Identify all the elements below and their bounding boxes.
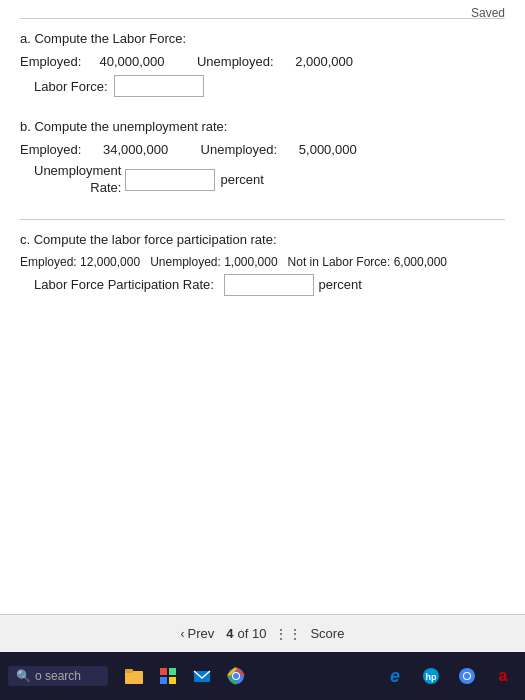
section-c-title: c. Compute the labor force participation… [20,232,505,247]
section-c-unemployed-value: 1,000,000 [224,255,277,269]
section-c-notinlabor-value: 6,000,000 [394,255,447,269]
section-c-employed-value: 12,000,000 [80,255,140,269]
section-a-input-label: Labor Force: [34,79,108,94]
section-c-employed-label: Employed: [20,255,77,269]
section-c-answer-input[interactable] [224,274,314,296]
nav-of-label: of 10 [238,626,267,641]
taskbar-app-store[interactable] [154,662,182,690]
section-a: a. Compute the Labor Force: Employed:40,… [20,31,505,97]
section-b-unemployed-value: 5,000,000 [299,142,357,157]
nav-grid-icon[interactable]: ⋮⋮ [274,626,302,642]
section-c-input-label: Labor Force Participation Rate: [34,277,214,292]
section-a-answer-input[interactable] [114,75,204,97]
taskbar-edge-icon[interactable]: e [381,662,409,690]
section-b-title: b. Compute the unemployment rate: [20,119,505,134]
section-a-unemployed-value: 2,000,000 [295,54,353,69]
section-divider [20,18,505,19]
section-b-employed-label: Employed: [20,142,81,157]
section-b: b. Compute the unemployment rate: Employ… [20,119,505,197]
svg-rect-4 [160,677,167,684]
section-b-unemployed-label: Unemployed: [201,142,278,157]
taskbar-acrobat-icon[interactable]: a [489,662,517,690]
svg-text:hp: hp [426,672,437,682]
section-a-unemployed-label: Unemployed: [197,54,274,69]
section-b-data: Employed: 34,000,000 Unemployed: 5,000,0… [20,142,505,157]
svg-rect-1 [125,669,133,673]
section-b-employed-value: 34,000,000 [103,142,168,157]
main-content: Saved a. Compute the Labor Force: Employ… [0,0,525,614]
section-b-answer-input[interactable] [125,169,215,191]
section-bc-divider [20,219,505,220]
section-a-employed-label: Employed: [20,54,81,69]
nav-bar: ‹ Prev 4 of 10 ⋮⋮ Score [0,614,525,652]
section-c-unemployed-label: Unemployed: [150,255,221,269]
section-a-title: a. Compute the Labor Force: [20,31,505,46]
svg-rect-2 [160,668,167,675]
section-a-input-row: Labor Force: [34,75,505,97]
taskbar-search-text: o search [35,669,81,683]
section-c: c. Compute the labor force participation… [20,232,505,296]
section-b-input-label: Unemployment Rate: [34,163,121,197]
nav-prev-chevron: ‹ [181,627,185,641]
taskbar-chrome-icon2[interactable] [453,662,481,690]
taskbar-search[interactable]: 🔍 o search [8,666,108,686]
section-b-unit: percent [220,172,263,187]
nav-prev-button[interactable]: ‹ Prev [181,626,215,641]
section-b-input-row: Unemployment Rate: percent [34,163,505,197]
svg-rect-5 [169,677,176,684]
section-c-notinlabor-label: Not in Labor Force: [288,255,391,269]
section-a-employed-value: 40,000,000 [99,54,164,69]
section-c-input-row: Labor Force Participation Rate: percent [34,274,505,296]
taskbar-hp-icon[interactable]: hp [417,662,445,690]
svg-point-14 [464,673,470,679]
taskbar-app-file-explorer[interactable] [120,662,148,690]
saved-indicator: Saved [471,6,505,20]
section-c-unit: percent [319,277,362,292]
taskbar-apps [120,662,250,690]
taskbar-search-icon: 🔍 [16,669,31,683]
nav-page-info: 4 of 10 ⋮⋮ Score [226,626,344,642]
section-c-data: Employed: 12,000,000 Unemployed: 1,000,0… [20,255,505,269]
svg-rect-3 [169,668,176,675]
taskbar: 🔍 o search [0,652,525,700]
svg-point-9 [233,673,239,679]
taskbar-right-icons: e hp a [381,662,517,690]
taskbar-app-chrome[interactable] [222,662,250,690]
nav-prev-label: Prev [188,626,215,641]
section-a-data: Employed:40,000,000 Unemployed: 2,000,00… [20,54,505,69]
taskbar-app-mail[interactable] [188,662,216,690]
nav-score-label: Score [310,626,344,641]
nav-current-page: 4 [226,626,233,641]
